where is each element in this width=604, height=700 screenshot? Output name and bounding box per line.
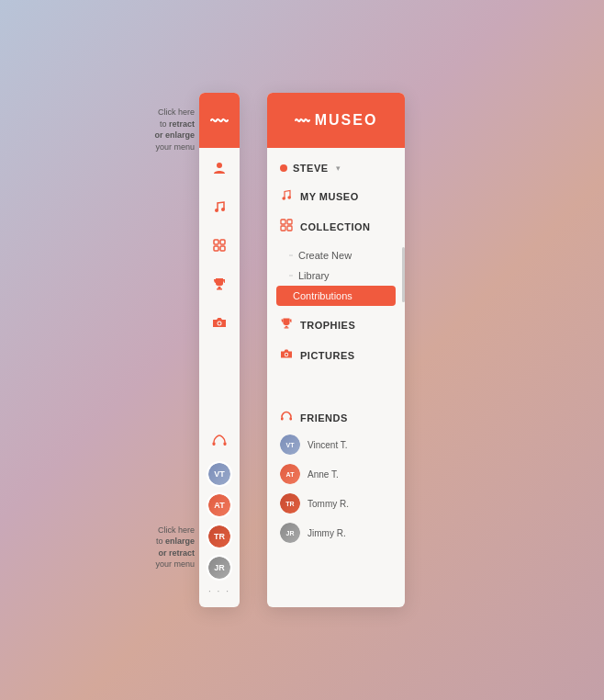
my-museo-nav-item[interactable]: MY MUSEO: [267, 181, 405, 211]
trophies-nav-item[interactable]: TROPHIES: [267, 310, 405, 340]
friend-item-anne[interactable]: AT Anne T.: [267, 459, 405, 489]
friend-name-anne: Anne T.: [308, 469, 339, 480]
expanded-header: MUSEO: [267, 93, 405, 148]
svg-rect-15: [281, 220, 285, 224]
mini-wave-icon: [210, 114, 229, 127]
submenu-create-new[interactable]: Create New: [267, 245, 405, 265]
svg-point-13: [282, 197, 285, 200]
trophies-label: TROPHIES: [300, 320, 355, 331]
user-dot: [280, 164, 287, 172]
mini-more-dots: · · ·: [208, 586, 230, 596]
svg-rect-24: [290, 417, 293, 421]
friend-avatar-jimmy: JR: [280, 523, 300, 543]
svg-point-14: [287, 196, 291, 199]
svg-rect-11: [213, 442, 216, 446]
pictures-label: PICTURES: [300, 350, 355, 361]
mini-avatar-1[interactable]: VT: [207, 461, 232, 487]
museo-logo-text: MUSEO: [315, 112, 378, 129]
svg-rect-8: [217, 288, 222, 290]
friends-headphones-icon: [280, 411, 293, 424]
friend-item-tommy[interactable]: TR Tommy R.: [267, 489, 405, 518]
friend-name-vincent: Vincent T.: [308, 440, 348, 450]
friend-item-jimmy[interactable]: JR Jimmy R.: [267, 518, 405, 548]
collection-icon: [280, 219, 293, 234]
friend-avatar-anne: AT: [280, 464, 300, 484]
friends-label: FRIENDS: [300, 412, 348, 423]
friends-header: FRIENDS: [267, 405, 405, 430]
svg-rect-12: [224, 442, 227, 446]
mini-person-icon[interactable]: [208, 157, 230, 179]
submenu-contributions[interactable]: Contributions: [276, 286, 396, 306]
svg-rect-3: [214, 240, 218, 244]
svg-rect-16: [287, 220, 292, 224]
mini-music-icon[interactable]: [208, 196, 230, 218]
mini-sidebar: VT AT TR JR · · ·: [199, 93, 240, 607]
mini-nav: [199, 148, 240, 434]
museo-wave-icon: [295, 115, 311, 126]
hint-top-left: Click hereto retractor enlargeyour menu: [135, 107, 195, 152]
mini-camera-icon[interactable]: [208, 311, 230, 333]
friends-section: FRIENDS VT Vincent T. AT Anne T.: [267, 398, 405, 555]
collection-submenu: Create New Library Contributions: [267, 242, 405, 310]
camera-icon: [280, 347, 293, 363]
hint-bottom-left: Click hereto enlargeor retractyour menu: [135, 525, 195, 570]
svg-point-10: [218, 322, 221, 325]
page-container: Click hereto retractor enlargeyour menu: [199, 93, 405, 607]
my-museo-label: MY MUSEO: [300, 191, 359, 202]
submenu-library[interactable]: Library: [267, 265, 405, 286]
mini-sidebar-header: [199, 93, 240, 148]
expanded-sidebar: MUSEO STEVE ▾ MY MUSEO: [267, 93, 405, 607]
svg-point-1: [215, 209, 218, 212]
museo-logo: MUSEO: [295, 112, 378, 129]
collection-label: COLLECTION: [300, 221, 371, 232]
collection-nav-item[interactable]: COLLECTION: [267, 211, 405, 242]
svg-point-22: [285, 354, 288, 356]
svg-rect-19: [285, 326, 288, 328]
svg-point-2: [221, 208, 225, 211]
pictures-nav-item[interactable]: PICTURES: [267, 340, 405, 370]
friend-name-tommy: Tommy R.: [308, 499, 349, 509]
user-name: STEVE: [293, 163, 329, 174]
mini-headphones-icon: [211, 434, 228, 452]
friend-avatar-vincent: VT: [280, 435, 300, 455]
mini-friends-section: VT AT TR JR · · ·: [199, 434, 240, 607]
mini-avatar-4[interactable]: JR: [207, 555, 232, 581]
friend-avatar-tommy: TR: [280, 493, 300, 514]
mini-sidebar-wrapper: Click hereto retractor enlargeyour menu: [199, 93, 240, 607]
svg-rect-5: [214, 246, 218, 251]
friend-item-vincent[interactable]: VT Vincent T.: [267, 430, 405, 459]
expanded-nav: STEVE ▾ MY MUSEO: [267, 148, 405, 607]
user-nav-item[interactable]: STEVE ▾: [267, 155, 405, 181]
scrollbar[interactable]: [402, 247, 405, 302]
svg-rect-20: [285, 327, 289, 328]
mini-collection-icon[interactable]: [208, 234, 230, 256]
svg-rect-4: [220, 240, 225, 244]
svg-rect-18: [287, 226, 292, 231]
trophy-icon: [280, 317, 293, 333]
music-icon: [280, 188, 293, 204]
mini-trophy-icon[interactable]: [208, 273, 230, 295]
mini-avatar-2[interactable]: AT: [207, 492, 232, 518]
friend-name-jimmy: Jimmy R.: [308, 528, 346, 538]
svg-rect-23: [281, 417, 284, 421]
svg-point-0: [217, 163, 222, 168]
mini-avatar-3[interactable]: TR: [207, 524, 232, 549]
svg-rect-6: [220, 246, 225, 251]
svg-rect-7: [218, 287, 221, 288]
user-chevron-icon: ▾: [336, 164, 341, 173]
svg-rect-17: [281, 226, 285, 231]
